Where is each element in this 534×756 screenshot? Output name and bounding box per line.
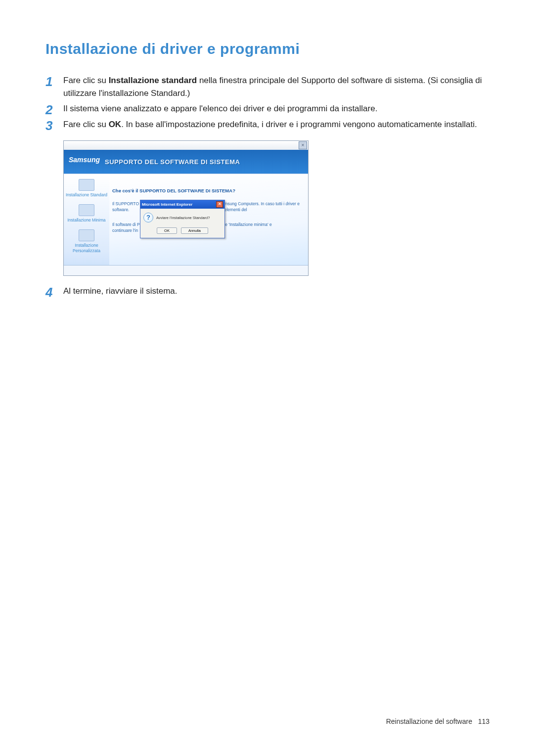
window-body: Installazione Standard Installazione Min… (64, 174, 308, 265)
step-text: Fare clic su OK. In base all'impostazion… (63, 120, 477, 129)
question-icon: ? (143, 213, 153, 222)
step-text: Fare clic su Installazione standard nell… (63, 76, 482, 98)
cancel-button[interactable]: Annulla (181, 227, 208, 234)
illustration: × Samsung SUPPORTO DEL SOFTWARE DI SISTE… (63, 140, 490, 276)
sidebar: Installazione Standard Installazione Min… (64, 174, 109, 265)
step-1: 1 Fare clic su Installazione standard ne… (45, 74, 490, 99)
dialog-body: ? Avviare l'Installazione Standard? (140, 209, 224, 225)
question-heading: Che cos'è il SUPPORTO DEL SOFTWARE DI SI… (112, 188, 301, 193)
window-titlebar: × (64, 141, 308, 150)
close-icon[interactable]: × (299, 141, 307, 149)
custom-install-icon (79, 229, 94, 241)
window-footer-bar (64, 265, 308, 275)
steps-list-cont: 4 Al termine, riavviare il sistema. (45, 285, 490, 298)
page-footer: Reinstallazione del software 113 (386, 717, 490, 725)
step-text: Al termine, riavviare il sistema. (63, 286, 178, 296)
brand-label: Samsung (69, 156, 100, 164)
minimal-install-icon (79, 204, 94, 216)
footer-section: Reinstallazione del software (386, 717, 472, 725)
page-title: Installazione di driver e programmi (45, 41, 490, 57)
window-banner: Samsung SUPPORTO DEL SOFTWARE DI SISTEMA (64, 150, 308, 174)
confirm-dialog: Microsoft Internet Explorer ✕ ? Avviare … (140, 200, 225, 238)
dialog-message: Avviare l'Installazione Standard? (156, 216, 210, 220)
app-window: × Samsung SUPPORTO DEL SOFTWARE DI SISTE… (63, 140, 309, 276)
standard-install-icon (79, 179, 94, 191)
body-text-right: Samsung Computers. In caso tutti i drive… (219, 201, 301, 213)
dialog-titlebar: Microsoft Internet Explorer ✕ (140, 200, 224, 209)
ok-button[interactable]: OK (157, 227, 177, 234)
step-text: Il sistema viene analizzato e appare l'e… (63, 104, 377, 113)
step-4: 4 Al termine, riavviare il sistema. (45, 285, 490, 298)
dialog-title: Microsoft Internet Explorer (142, 202, 192, 207)
step-number: 4 (45, 283, 52, 302)
step-2: 2 Il sistema viene analizzato e appare l… (45, 102, 490, 115)
step-3: 3 Fare clic su OK. In base all'impostazi… (45, 118, 490, 131)
banner-title: SUPPORTO DEL SOFTWARE DI SISTEMA (105, 158, 240, 166)
steps-list: 1 Fare clic su Installazione standard ne… (45, 74, 490, 131)
content-area: Installazione di driver e programmi 1 Fa… (0, 0, 534, 297)
main-pane: Che cos'è il SUPPORTO DEL SOFTWARE DI SI… (109, 174, 308, 265)
dialog-close-icon[interactable]: ✕ (216, 201, 223, 208)
sidebar-item-minimal[interactable]: Installazione Minima (65, 204, 108, 222)
step-number: 1 (45, 72, 52, 91)
body-text-right2: pure 'Installazione minima' e (219, 222, 301, 228)
page: Installazione di driver e programmi 1 Fa… (0, 0, 534, 756)
step-number: 3 (45, 116, 52, 135)
sidebar-item-custom[interactable]: Installazione Personalizzata (65, 229, 108, 253)
footer-page: 113 (478, 717, 490, 725)
sidebar-item-standard[interactable]: Installazione Standard (65, 179, 108, 197)
dialog-buttons: OK Annulla (140, 225, 224, 238)
